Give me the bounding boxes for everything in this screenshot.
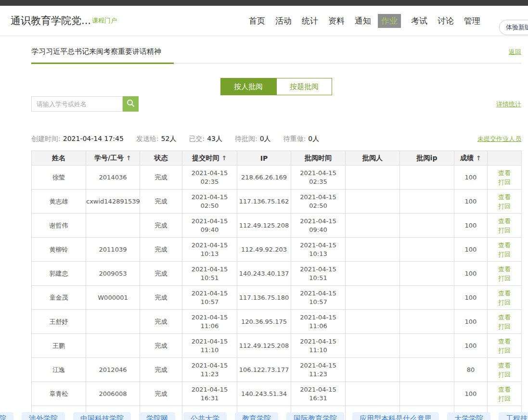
col-header-0: 姓名 [32, 151, 86, 165]
tab-0[interactable]: 按人批阅 [220, 78, 276, 95]
view-link[interactable]: 查看 [488, 385, 521, 394]
footer-link-3[interactable]: 学院网 [139, 412, 175, 420]
title-underline [31, 63, 174, 64]
time-line: 11:06 [182, 322, 237, 331]
actions-cell: 查看打回 [488, 334, 522, 358]
ip-cell: 140.243.40.137 [237, 262, 291, 286]
stat-label: 待批阅: [235, 135, 258, 142]
time-line: 02:50 [182, 202, 237, 210]
return-link[interactable]: 打回 [488, 394, 521, 403]
stat-3: 待批阅:0人 [235, 135, 271, 143]
datetime-cell: 2021-04-1510:13 [182, 238, 237, 262]
view-link[interactable]: 查看 [488, 313, 521, 322]
view-link[interactable]: 查看 [488, 289, 521, 298]
date-line: 2021-04-15 [291, 193, 345, 202]
view-link[interactable]: 查看 [488, 192, 521, 202]
new-version-button[interactable]: 体验新版 [499, 20, 528, 35]
return-link[interactable]: 打回 [488, 346, 521, 355]
datetime-cell: 2021-04-1509:40 [291, 214, 346, 238]
footer-link-4[interactable]: 公共大学 [183, 412, 227, 420]
return-link[interactable]: 打回 [488, 370, 521, 379]
tab-1[interactable]: 按题批阅 [276, 78, 332, 95]
name-cell: 王鹏 [32, 334, 86, 358]
stat-label: 发送给: [136, 135, 159, 142]
nav-item-3[interactable]: 资料 [328, 15, 345, 26]
time-line: 02:35 [182, 178, 237, 186]
return-link[interactable]: 打回 [488, 322, 521, 331]
review-mode-tabs: 按人批阅按题批阅 [31, 78, 521, 95]
nav-item-6[interactable]: 考试 [411, 15, 427, 26]
nav-item-4[interactable]: 通知 [355, 15, 371, 26]
date-line: 2021-04-15 [182, 337, 237, 346]
return-link[interactable]: 打回 [488, 250, 521, 259]
view-link[interactable]: 查看 [488, 216, 521, 226]
col-header-3[interactable]: 提交时间↑ [182, 151, 237, 165]
actions-cell: 查看打回 [488, 165, 522, 190]
status-cell: 完成 [140, 358, 182, 382]
nav-item-2[interactable]: 统计 [302, 15, 318, 26]
footer-link-6[interactable]: 国际教育学院 [286, 412, 344, 420]
table-row: 王鹏完成2021-04-1511:10112.49.125.2082021-04… [32, 334, 522, 358]
nav-item-7[interactable]: 讨论 [438, 15, 454, 26]
reviewer-cell [346, 165, 400, 190]
return-link[interactable]: 打回 [488, 298, 521, 307]
date-line: 2021-04-15 [291, 313, 345, 322]
date-line: 2021-04-15 [182, 169, 237, 178]
col-header-8[interactable]: 成绩↑ [454, 151, 488, 165]
nav-item-0[interactable]: 首页 [249, 15, 265, 26]
view-link[interactable]: 查看 [488, 337, 521, 346]
student-id-cell: 2014036 [86, 165, 140, 190]
unsubmitted-link[interactable]: 未提交作业人员 [477, 135, 521, 143]
footer-link-9[interactable]: 工程技术 [499, 412, 528, 420]
sort-arrow-icon[interactable]: ↑ [476, 154, 481, 162]
score-cell: 100 [454, 238, 488, 262]
search-input[interactable] [31, 96, 123, 112]
stat-value: 0人 [260, 135, 271, 142]
col-header-label: 提交时间 [193, 154, 219, 162]
nav-item-8[interactable]: 管理 [464, 15, 480, 26]
detail-stats-link[interactable]: 详情统计 [496, 100, 521, 109]
course-portal-link[interactable]: 课程门户 [92, 16, 117, 25]
col-header-label: 成绩 [460, 154, 474, 162]
footer-link-5[interactable]: 教育学院 [235, 412, 278, 420]
footer-link-0[interactable]: 学院 [0, 412, 13, 420]
view-link[interactable]: 查看 [488, 361, 521, 370]
return-link[interactable]: 打回 [488, 178, 521, 187]
search-button[interactable] [123, 96, 139, 112]
return-link[interactable]: 打回 [488, 274, 521, 283]
sort-arrow-icon[interactable]: ↑ [126, 154, 131, 162]
return-link[interactable]: 打回 [488, 226, 521, 235]
date-line: 2021-04-15 [291, 361, 345, 370]
col-header-1[interactable]: 学号/工号↑ [86, 151, 140, 165]
footer-link-7[interactable]: 应用型本科是什么意思 [352, 412, 439, 420]
datetime-cell: 2021-04-1510:57 [182, 286, 237, 310]
view-link[interactable]: 查看 [488, 168, 521, 178]
status-cell: 完成 [140, 214, 182, 238]
sort-arrow-icon[interactable]: ↑ [222, 154, 227, 162]
reviewer-cell [346, 382, 400, 406]
review-ip-cell [400, 334, 454, 358]
footer-link-8[interactable]: 大学学院 [447, 412, 490, 420]
nav-item-5[interactable]: 作业 [378, 14, 401, 28]
name-cell: 章青松 [32, 382, 86, 406]
review-ip-cell [400, 190, 454, 214]
ip-cell: 140.243.51.34 [237, 382, 291, 406]
review-ip-cell [400, 214, 454, 238]
stat-value: 2021-04-14 17:45 [63, 135, 124, 142]
stat-label: 已交: [189, 135, 205, 142]
status-cell: 完成 [140, 262, 182, 286]
footer-link-1[interactable]: 涉外学院 [22, 412, 65, 420]
date-line: 2021-04-15 [182, 385, 237, 394]
student-id-cell [86, 214, 140, 238]
stat-value: 43人 [207, 135, 222, 142]
reviewer-cell [346, 262, 400, 286]
view-link[interactable]: 查看 [488, 241, 521, 250]
time-line: 09:40 [182, 226, 237, 234]
col-header-label: 姓名 [52, 154, 65, 162]
course-title: 通识教育学院党... [11, 14, 91, 27]
footer-link-2[interactable]: 中国科技学院 [73, 412, 131, 420]
return-link[interactable]: 打回 [488, 202, 521, 211]
nav-item-1[interactable]: 活动 [275, 15, 292, 26]
back-link[interactable]: 返回 [509, 48, 521, 56]
view-link[interactable]: 查看 [488, 265, 521, 274]
